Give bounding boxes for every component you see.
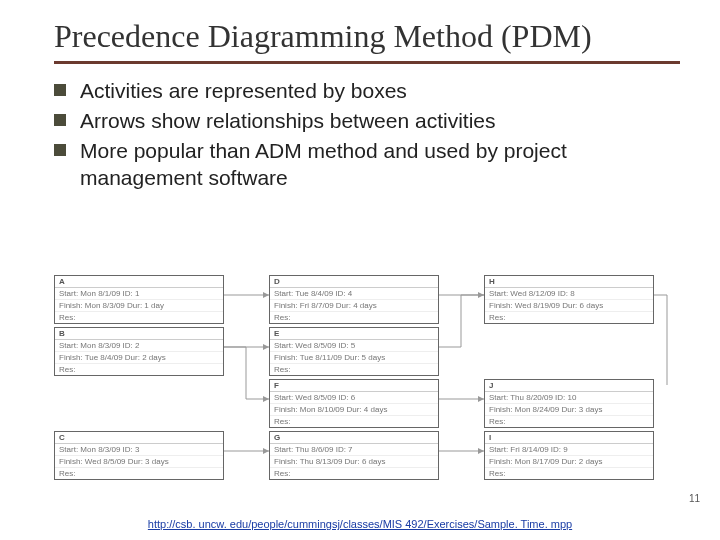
task-label: I (485, 432, 653, 444)
task-label: H (485, 276, 653, 288)
slide-title: Precedence Diagramming Method (PDM) (54, 18, 680, 55)
task-finish: Finish: Mon 8/17/09 Dur: 2 days (485, 456, 653, 468)
task-res: Res: (485, 468, 653, 479)
task-label: A (55, 276, 223, 288)
task-res: Res: (485, 312, 653, 323)
task-res: Res: (485, 416, 653, 427)
task-label: J (485, 380, 653, 392)
task-res: Res: (55, 468, 223, 479)
task-start: Start: Thu 8/6/09 ID: 7 (270, 444, 438, 456)
task-label: F (270, 380, 438, 392)
task-label: B (55, 328, 223, 340)
task-start: Start: Thu 8/20/09 ID: 10 (485, 392, 653, 404)
task-node-b: B Start: Mon 8/3/09 ID: 2 Finish: Tue 8/… (54, 327, 224, 376)
pdm-diagram: A Start: Mon 8/1/09 ID: 1 Finish: Mon 8/… (54, 275, 686, 498)
task-label: G (270, 432, 438, 444)
task-finish: Finish: Fri 8/7/09 Dur: 4 days (270, 300, 438, 312)
task-res: Res: (270, 364, 438, 375)
task-finish: Finish: Wed 8/19/09 Dur: 6 days (485, 300, 653, 312)
task-node-c: C Start: Mon 8/3/09 ID: 3 Finish: Wed 8/… (54, 431, 224, 480)
footer-link[interactable]: http://csb. uncw. edu/people/cummingsj/c… (148, 518, 572, 530)
footer-link-container: http://csb. uncw. edu/people/cummingsj/c… (0, 518, 720, 530)
task-label: E (270, 328, 438, 340)
task-label: D (270, 276, 438, 288)
bullet-item: More popular than ADM method and used by… (54, 138, 680, 191)
task-start: Start: Mon 8/3/09 ID: 2 (55, 340, 223, 352)
slide: Precedence Diagramming Method (PDM) Acti… (0, 0, 720, 540)
bullet-item: Activities are represented by boxes (54, 78, 680, 104)
task-res: Res: (55, 312, 223, 323)
title-divider (54, 61, 680, 64)
task-finish: Finish: Wed 8/5/09 Dur: 3 days (55, 456, 223, 468)
task-start: Start: Wed 8/5/09 ID: 5 (270, 340, 438, 352)
task-node-i: I Start: Fri 8/14/09 ID: 9 Finish: Mon 8… (484, 431, 654, 480)
task-finish: Finish: Mon 8/3/09 Dur: 1 day (55, 300, 223, 312)
task-node-a: A Start: Mon 8/1/09 ID: 1 Finish: Mon 8/… (54, 275, 224, 324)
task-res: Res: (270, 416, 438, 427)
task-start: Start: Wed 8/5/09 ID: 6 (270, 392, 438, 404)
task-finish: Finish: Mon 8/10/09 Dur: 4 days (270, 404, 438, 416)
task-res: Res: (55, 364, 223, 375)
task-node-d: D Start: Tue 8/4/09 ID: 4 Finish: Fri 8/… (269, 275, 439, 324)
task-start: Start: Fri 8/14/09 ID: 9 (485, 444, 653, 456)
task-finish: Finish: Tue 8/11/09 Dur: 5 days (270, 352, 438, 364)
task-res: Res: (270, 312, 438, 323)
task-start: Start: Mon 8/3/09 ID: 3 (55, 444, 223, 456)
task-finish: Finish: Mon 8/24/09 Dur: 3 days (485, 404, 653, 416)
bullet-item: Arrows show relationships between activi… (54, 108, 680, 134)
page-number: 11 (689, 493, 700, 504)
task-start: Start: Tue 8/4/09 ID: 4 (270, 288, 438, 300)
task-res: Res: (270, 468, 438, 479)
task-start: Start: Mon 8/1/09 ID: 1 (55, 288, 223, 300)
task-label: C (55, 432, 223, 444)
task-node-e: E Start: Wed 8/5/09 ID: 5 Finish: Tue 8/… (269, 327, 439, 376)
task-node-h: H Start: Wed 8/12/09 ID: 8 Finish: Wed 8… (484, 275, 654, 324)
bullet-list: Activities are represented by boxes Arro… (54, 78, 680, 191)
task-node-f: F Start: Wed 8/5/09 ID: 6 Finish: Mon 8/… (269, 379, 439, 428)
task-finish: Finish: Thu 8/13/09 Dur: 6 days (270, 456, 438, 468)
task-finish: Finish: Tue 8/4/09 Dur: 2 days (55, 352, 223, 364)
task-node-g: G Start: Thu 8/6/09 ID: 7 Finish: Thu 8/… (269, 431, 439, 480)
task-start: Start: Wed 8/12/09 ID: 8 (485, 288, 653, 300)
task-node-j: J Start: Thu 8/20/09 ID: 10 Finish: Mon … (484, 379, 654, 428)
